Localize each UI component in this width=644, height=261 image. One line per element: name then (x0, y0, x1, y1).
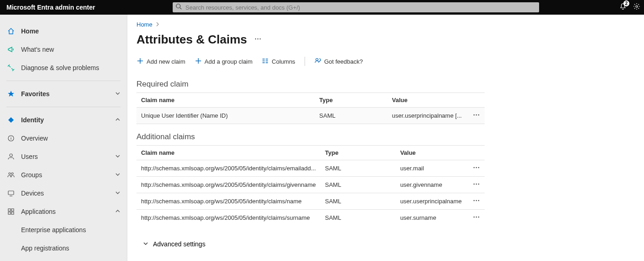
sidebar-item-label: Applications (21, 208, 115, 215)
page-title: Attributes & Claims (136, 33, 247, 47)
sidebar-item-label: Home (21, 27, 120, 35)
person-icon (6, 152, 16, 161)
svg-point-39 (476, 200, 477, 201)
svg-rect-9 (8, 191, 14, 195)
table-header-row: Claim name Type Value (136, 93, 485, 108)
got-feedback-button[interactable]: Got feedback? (314, 57, 363, 66)
svg-point-31 (478, 114, 480, 116)
more-icon (473, 166, 480, 173)
device-icon (6, 189, 16, 198)
sidebar-item-app-registrations[interactable]: App registrations (0, 239, 127, 257)
sidebar-item-devices[interactable]: Devices (0, 184, 127, 202)
chevron-up-icon (115, 116, 120, 124)
sidebar-item-applications[interactable]: Applications (0, 202, 127, 221)
svg-point-37 (478, 184, 480, 185)
table-row[interactable]: http://schemas.xmlsoap.org/ws/2005/05/id… (136, 210, 485, 226)
advanced-settings-label: Advanced settings (153, 240, 205, 248)
svg-point-0 (176, 4, 180, 8)
settings-button[interactable] (633, 3, 640, 12)
cell-claim-type: SAML (321, 177, 396, 193)
people-icon (6, 170, 16, 179)
toolbar-label: Got feedback? (324, 58, 363, 65)
page-title-row: Attributes & Claims (136, 33, 639, 47)
svg-point-30 (476, 114, 477, 116)
cell-claim-value: user.userprincipalname [... (387, 108, 466, 124)
more-icon (473, 199, 480, 206)
gear-icon (633, 4, 640, 11)
svg-point-41 (474, 217, 475, 218)
col-header-type: Type (315, 93, 387, 108)
toolbar-label: Add new claim (147, 58, 186, 65)
columns-button[interactable]: Columns (262, 57, 295, 66)
sidebar-item-overview[interactable]: Overview (0, 129, 127, 147)
toolbar-label: Columns (272, 58, 295, 65)
identity-icon (6, 115, 16, 125)
row-more-button[interactable] (473, 199, 480, 206)
notification-badge: 2 (623, 0, 629, 6)
svg-point-32 (474, 167, 475, 169)
cell-claim-value: user.surname (396, 210, 466, 226)
apps-icon (6, 207, 16, 216)
table-row[interactable]: http://schemas.xmlsoap.org/ws/2005/05/id… (136, 193, 485, 210)
cell-claim-name: http://schemas.xmlsoap.org/ws/2005/05/id… (136, 193, 321, 210)
sidebar-item-home[interactable]: Home (0, 22, 127, 40)
sidebar-item-label: App registrations (21, 245, 120, 252)
svg-point-34 (478, 167, 480, 169)
row-more-button[interactable] (473, 182, 480, 189)
col-header-value: Value (387, 93, 466, 108)
more-icon (473, 182, 480, 189)
sidebar-item-users[interactable]: Users (0, 147, 127, 166)
cell-claim-type: SAML (321, 160, 396, 177)
sidebar-separator (6, 107, 120, 107)
chevron-down-icon (143, 240, 148, 248)
page-title-more-button[interactable] (254, 35, 262, 44)
main-content: Home Attributes & Claims Add new claim A… (127, 15, 644, 261)
add-group-claim-button[interactable]: Add a group claim (195, 57, 253, 66)
notifications-button[interactable]: 2 (619, 3, 627, 12)
sidebar-item-label: Diagnose & solve problems (21, 64, 120, 71)
svg-point-29 (474, 114, 475, 116)
breadcrumb-home[interactable]: Home (136, 21, 153, 28)
svg-rect-12 (11, 209, 14, 211)
cell-claim-name: http://schemas.xmlsoap.org/ws/2005/05/id… (136, 210, 321, 226)
svg-point-5 (11, 136, 11, 137)
row-more-button[interactable] (473, 166, 480, 173)
row-more-button[interactable] (473, 113, 480, 120)
columns-icon (262, 57, 269, 66)
svg-point-42 (476, 217, 477, 218)
advanced-settings-toggle[interactable]: Advanced settings (136, 240, 639, 248)
breadcrumb: Home (136, 21, 639, 28)
cell-claim-value: user.mail (396, 160, 466, 177)
chevron-down-icon (115, 171, 120, 179)
col-header-name: Claim name (136, 93, 315, 108)
star-icon (6, 89, 16, 98)
sidebar-item-identity[interactable]: Identity (0, 111, 127, 129)
sidebar-item-favorites[interactable]: Favorites (0, 85, 127, 103)
add-new-claim-button[interactable]: Add new claim (136, 57, 186, 66)
svg-point-35 (474, 184, 475, 185)
table-row[interactable]: Unique User Identifier (Name ID) SAML us… (136, 108, 485, 124)
required-claim-title: Required claim (136, 80, 639, 89)
search-input[interactable] (186, 4, 536, 11)
product-title: Microsoft Entra admin center (6, 4, 95, 11)
more-icon (254, 36, 262, 44)
toolbar-separator (305, 57, 305, 66)
table-row[interactable]: http://schemas.xmlsoap.org/ws/2005/05/id… (136, 177, 485, 193)
table-row[interactable]: http://schemas.xmlsoap.org/ws/2005/05/id… (136, 160, 485, 177)
sidebar-item-whats-new[interactable]: What's new (0, 40, 127, 59)
sidebar-item-label: Overview (21, 135, 120, 142)
col-header-name: Claim name (136, 146, 321, 160)
svg-line-1 (180, 8, 181, 10)
cell-claim-name: Unique User Identifier (Name ID) (136, 108, 315, 124)
svg-point-36 (476, 184, 477, 185)
svg-rect-11 (8, 209, 11, 211)
sidebar-item-enterprise-applications[interactable]: Enterprise applications (0, 221, 127, 239)
sidebar-item-diagnose[interactable]: Diagnose & solve problems (0, 59, 127, 77)
sidebar-item-groups[interactable]: Groups (0, 166, 127, 184)
required-claims-table: Claim name Type Value Unique User Identi… (136, 92, 485, 124)
search-box[interactable] (173, 2, 539, 12)
sidebar-item-label: Favorites (21, 90, 115, 98)
cell-claim-type: SAML (315, 108, 387, 124)
more-icon (473, 113, 480, 120)
row-more-button[interactable] (473, 215, 480, 222)
